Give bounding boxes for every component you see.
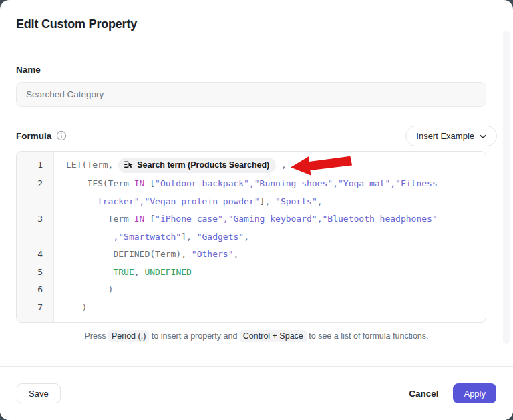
code-text[interactable]: ,"Smartwatch"], "Gadgets", (54, 228, 486, 246)
info-icon[interactable] (56, 130, 67, 141)
formula-line: 1LET(Term, Search term (Products Searche… (17, 155, 486, 175)
property-chip[interactable]: Search term (Products Searched) (118, 158, 276, 174)
apply-button[interactable]: Apply (453, 383, 496, 403)
formula-line: 5 TRUE, UNDEFINED (17, 264, 486, 282)
vertical-scrollbar[interactable] (503, 31, 510, 344)
formula-line: ,"Smartwatch"], "Gadgets", (17, 228, 486, 246)
line-number: 2 (17, 175, 54, 193)
keyboard-shortcut-badge: Control + Space (240, 330, 307, 342)
line-number: 6 (17, 281, 54, 299)
formula-line: 2 IFS(Term IN ["Outdoor backpack","Runni… (17, 175, 486, 193)
name-input[interactable] (16, 82, 486, 107)
formula-line: 6 ) (17, 281, 486, 299)
modal-body: Name Formula Insert Example (0, 31, 513, 367)
line-number: 4 (17, 246, 54, 264)
line-number (17, 228, 54, 246)
code-text[interactable]: ) (54, 299, 486, 317)
formula-line: 3 Term IN ["iPhone case","Gaming keyboar… (17, 210, 486, 228)
modal-title: Edit Custom Property (16, 17, 497, 31)
code-text[interactable]: ) (54, 281, 486, 299)
formula-hint-text: Press Period (.) to insert a property an… (16, 331, 497, 341)
line-number: 1 (17, 155, 54, 175)
formula-line: 7 ) (17, 299, 486, 317)
chevron-down-icon (480, 131, 486, 141)
line-number (17, 193, 54, 211)
code-text[interactable]: DEFINED(Term), "Others", (54, 246, 486, 264)
insert-example-label: Insert Example (416, 131, 474, 141)
property-chip-label: Search term (Products Searched) (137, 161, 269, 170)
code-text[interactable]: IFS(Term IN ["Outdoor backpack","Running… (54, 175, 486, 193)
formula-line: tracker","Vegan protein powder"], "Sport… (17, 193, 486, 211)
formula-line: 4 DEFINED(Term), "Others", (17, 246, 486, 264)
line-number: 3 (17, 210, 54, 228)
edit-custom-property-modal: Edit Custom Property Name Formula Insert… (0, 0, 513, 420)
save-button[interactable]: Save (17, 383, 61, 403)
line-number: 5 (17, 264, 54, 282)
cancel-button[interactable]: Cancel (409, 389, 438, 399)
code-text[interactable]: Term IN ["iPhone case","Gaming keyboard"… (54, 210, 486, 228)
modal-header: Edit Custom Property (0, 0, 513, 31)
property-cursor-icon (124, 160, 133, 171)
code-text[interactable]: TRUE, UNDEFINED (54, 264, 486, 282)
name-label: Name (16, 65, 497, 75)
keyboard-shortcut-badge: Period (.) (108, 330, 149, 342)
formula-editor[interactable]: 1LET(Term, Search term (Products Searche… (16, 151, 486, 323)
modal-footer: Save Cancel Apply (0, 367, 513, 420)
formula-header-row: Formula Insert Example (16, 125, 497, 146)
line-number: 7 (17, 299, 54, 317)
code-text[interactable]: LET(Term, Search term (Products Searched… (54, 155, 486, 175)
code-text[interactable]: tracker","Vegan protein powder"], "Sport… (54, 193, 486, 211)
insert-example-button[interactable]: Insert Example (405, 126, 497, 146)
formula-code[interactable]: 1LET(Term, Search term (Products Searche… (17, 155, 486, 317)
formula-label: Formula (16, 131, 51, 141)
